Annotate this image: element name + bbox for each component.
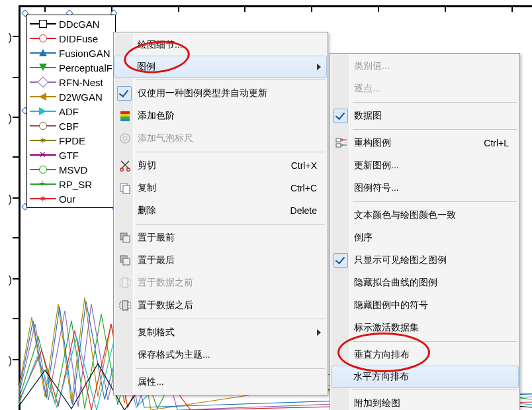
menu-label: 置于最后 bbox=[138, 254, 175, 266]
menu-item[interactable]: 仅使用一种图例类型并自动更新 bbox=[115, 82, 326, 105]
menu-label: 置于最前 bbox=[138, 232, 175, 244]
legend-marker-icon: + bbox=[30, 179, 56, 189]
menu-label: 水平方向排布 bbox=[353, 371, 409, 383]
legend-marker-icon bbox=[30, 19, 56, 28]
legend-entry[interactable]: MSVD bbox=[30, 162, 112, 177]
y-axis-mark: ) bbox=[0, 193, 12, 205]
legend-label: GTF bbox=[59, 150, 79, 161]
menu-label: 数据图 bbox=[354, 110, 382, 122]
menu-shortcut: Ctrl+C bbox=[290, 183, 317, 193]
legend-marker-icon bbox=[30, 121, 56, 130]
check-icon bbox=[117, 86, 132, 101]
submenu-item[interactable]: 数据图 bbox=[332, 105, 518, 127]
menu-label: 复制 bbox=[138, 182, 156, 194]
colorscale-icon bbox=[118, 109, 132, 123]
menu-separator bbox=[353, 201, 517, 202]
y-axis-mark: ) bbox=[0, 32, 12, 44]
svg-point-7 bbox=[127, 168, 130, 172]
menu-separator bbox=[136, 368, 325, 369]
legend-entry[interactable]: DIDFuse bbox=[30, 31, 112, 46]
menu-label: 标示激活数据集 bbox=[354, 322, 419, 334]
menu-item[interactable]: 置于最前 bbox=[115, 227, 326, 249]
legend-label: D2WGAN bbox=[59, 91, 103, 103]
legend-entry[interactable]: PerceptualF bbox=[30, 60, 112, 75]
legend-entry[interactable]: DDcGAN bbox=[30, 17, 112, 31]
menu-label: 重构图例 bbox=[354, 137, 391, 149]
menu-shortcut: Ctrl+L bbox=[484, 138, 509, 148]
legend-marker-icon: ✕ bbox=[30, 150, 56, 160]
legend-entry[interactable]: D2WGAN bbox=[30, 89, 112, 104]
legend-entry[interactable]: CBF bbox=[30, 119, 112, 133]
submenu-item[interactable]: 标示激活数据集 bbox=[332, 317, 518, 339]
legend-label: MSVD bbox=[59, 164, 87, 176]
legend-entry[interactable]: ✶FPDE bbox=[30, 133, 112, 148]
menu-separator bbox=[136, 224, 325, 225]
legend-marker-icon bbox=[30, 48, 56, 58]
submenu-item[interactable]: 附加到绘图 bbox=[332, 392, 518, 410]
submenu-item: 类别值... bbox=[332, 55, 518, 77]
svg-point-6 bbox=[120, 168, 124, 172]
legend-marker-icon bbox=[30, 107, 56, 116]
menu-label: 文本颜色与绘图颜色一致 bbox=[354, 209, 456, 221]
menu-label: 倒序 bbox=[354, 232, 373, 244]
legend-entry[interactable]: +RP_SR bbox=[30, 177, 112, 191]
menu-label: 复制格式 bbox=[138, 327, 175, 338]
menu-item[interactable]: 复制格式 bbox=[115, 321, 326, 344]
submenu-item[interactable]: 重构图例Ctrl+L bbox=[332, 132, 518, 154]
svg-point-20 bbox=[341, 139, 343, 141]
menu-separator bbox=[136, 152, 325, 152]
menu-item[interactable]: 删除Delete bbox=[115, 199, 326, 222]
x-axis-ticks bbox=[19, 5, 532, 15]
menu-item[interactable]: 图例 bbox=[114, 56, 327, 78]
svg-rect-1 bbox=[120, 114, 130, 117]
submenu-item[interactable]: 水平方向排布 bbox=[331, 366, 519, 388]
menu-label: 图例 bbox=[137, 61, 155, 73]
dfront-icon bbox=[118, 276, 132, 289]
legend-entry[interactable]: ADF bbox=[30, 104, 112, 119]
menu-item[interactable]: 属性... bbox=[115, 371, 326, 393]
legend-label: FPDE bbox=[59, 135, 85, 146]
submenu-item[interactable]: 隐藏图例中的符号 bbox=[332, 294, 518, 317]
menu-item[interactable]: 置于最后 bbox=[115, 249, 326, 272]
submenu-arrow-icon bbox=[317, 329, 321, 336]
menu-item[interactable]: 添加色阶 bbox=[115, 105, 326, 127]
legend-entry[interactable]: ✕GTF bbox=[30, 148, 112, 162]
legend-entry[interactable]: FusionGAN bbox=[30, 46, 112, 60]
menu-label: 绘图细节... bbox=[138, 39, 183, 51]
svg-rect-3 bbox=[120, 119, 130, 121]
submenu-item[interactable]: 隐藏拟合曲线的图例 bbox=[332, 272, 518, 294]
menu-label: 更新图例... bbox=[354, 160, 399, 172]
legend-marker-icon bbox=[30, 77, 56, 87]
menu-item[interactable]: 置于数据之后 bbox=[115, 294, 326, 317]
menu-item: 添加气泡标尺 bbox=[115, 127, 326, 150]
submenu-item[interactable]: 只显示可见绘图之图例 bbox=[332, 249, 518, 272]
menu-label: 图例符号... bbox=[354, 182, 399, 194]
legend-label: DDcGAN bbox=[59, 19, 100, 30]
svg-rect-19 bbox=[336, 144, 341, 147]
menu-label: 置于数据之后 bbox=[138, 299, 193, 311]
menu-label: 删除 bbox=[138, 205, 156, 217]
chart-legend[interactable]: DDcGANDIDFuseFusionGANPerceptualFRFN-Nes… bbox=[26, 15, 116, 208]
menu-item[interactable]: 复制Ctrl+C bbox=[115, 177, 326, 199]
menu-item[interactable]: 绘图细节... bbox=[115, 34, 326, 56]
legend-submenu[interactable]: 类别值...逐点...数据图重构图例Ctrl+L更新图例...图例符号...文本… bbox=[330, 53, 520, 410]
submenu-item[interactable]: 图例符号... bbox=[332, 177, 518, 199]
legend-label: FusionGAN bbox=[59, 48, 111, 59]
svg-rect-9 bbox=[123, 185, 130, 193]
legend-entry[interactable]: RFN-Nest bbox=[30, 75, 112, 89]
menu-item[interactable]: 保存格式为主题... bbox=[115, 344, 326, 366]
dback-icon bbox=[118, 299, 132, 312]
submenu-item[interactable]: 文本颜色与绘图颜色一致 bbox=[332, 204, 518, 227]
menu-item[interactable]: 剪切Ctrl+X bbox=[115, 154, 326, 177]
submenu-item[interactable]: 垂直方向排布 bbox=[332, 344, 518, 366]
submenu-item: 逐点... bbox=[332, 77, 518, 100]
submenu-item[interactable]: 更新图例... bbox=[332, 154, 518, 177]
context-menu[interactable]: 绘图细节...图例仅使用一种图例类型并自动更新添加色阶添加气泡标尺剪切Ctrl+… bbox=[113, 32, 328, 395]
menu-separator bbox=[353, 129, 517, 130]
svg-rect-15 bbox=[122, 278, 128, 287]
menu-label: 类别值... bbox=[354, 60, 390, 72]
legend-marker-icon: ✶ bbox=[30, 136, 56, 145]
submenu-item[interactable]: 倒序 bbox=[332, 227, 518, 249]
legend-entry[interactable]: ✶Our bbox=[30, 191, 112, 206]
menu-label: 隐藏图例中的符号 bbox=[354, 299, 428, 311]
